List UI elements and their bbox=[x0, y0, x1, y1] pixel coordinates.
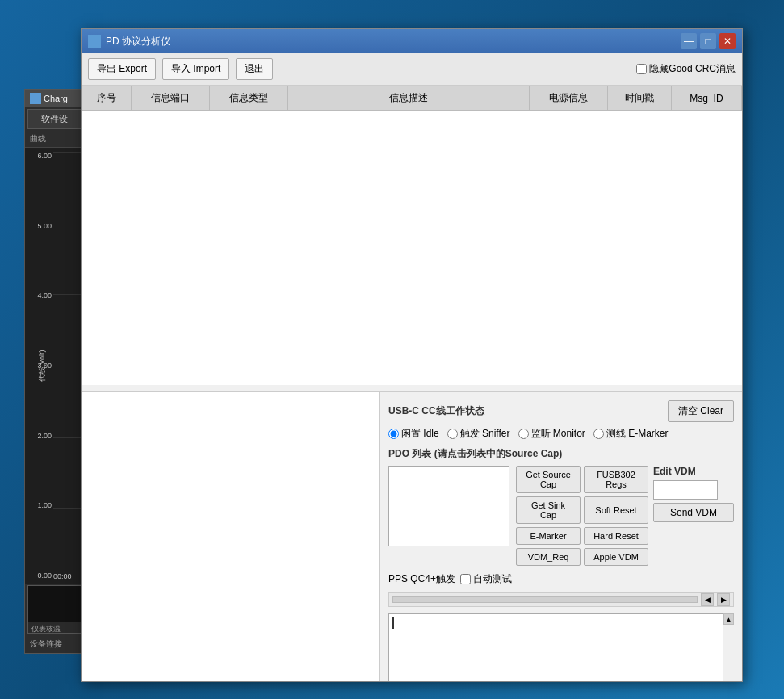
col-port: 信息端口 bbox=[132, 86, 210, 111]
charger-icon bbox=[30, 93, 41, 104]
pdo-title: PDO 列表 (请点击列表中的Source Cap) bbox=[388, 447, 734, 461]
col-timestamp: 时间戳 bbox=[607, 86, 671, 111]
scrollbar-track[interactable] bbox=[392, 596, 698, 603]
mode-monitor-radio[interactable] bbox=[518, 429, 529, 439]
minimize-btn[interactable]: — bbox=[681, 33, 697, 49]
device-connect-label: 设备连接 bbox=[25, 635, 84, 653]
time-label: 00:00 bbox=[53, 572, 72, 580]
scrollbar-area: ◀ ▶ bbox=[388, 592, 734, 607]
main-window: PD 协议分析仪 — □ ✕ 导出 Export 导入 Import 退出 隐藏… bbox=[81, 28, 743, 682]
vdm-input[interactable] bbox=[653, 480, 718, 500]
get-source-cap-btn[interactable]: Get Source Cap bbox=[516, 466, 581, 493]
fusb302-regs-btn[interactable]: FUSB302 Regs bbox=[584, 466, 648, 493]
soft-reset-btn[interactable]: Soft Reset bbox=[584, 496, 648, 524]
table-body bbox=[82, 111, 742, 385]
col-desc: 信息描述 bbox=[288, 86, 530, 111]
pps-section: PPS QC4+触发 自动测试 bbox=[388, 572, 734, 586]
title-bar: PD 协议分析仪 — □ ✕ bbox=[82, 29, 742, 53]
table-header-row: 序号 信息端口 信息类型 信息描述 电源信息 时间戳 Msg ID bbox=[82, 86, 742, 111]
exit-btn[interactable]: 退出 bbox=[236, 58, 273, 80]
mode-sniffer-radio[interactable] bbox=[447, 429, 458, 439]
gauge-thumbnail: 仪表核温 bbox=[27, 585, 82, 634]
usb-cc-section: USB-C CC线工作状态 清空 Clear 闲置 Idle 触发 Sniffe… bbox=[388, 400, 734, 441]
col-power: 电源信息 bbox=[529, 86, 607, 111]
usb-cc-title: USB-C CC线工作状态 bbox=[388, 404, 484, 418]
hard-reset-btn[interactable]: Hard Reset bbox=[584, 527, 648, 545]
mode-emarker-label[interactable]: 测线 E-Marker bbox=[593, 427, 669, 441]
apple-vdm-btn[interactable]: Apple VDM bbox=[584, 548, 648, 566]
text-output[interactable] bbox=[388, 613, 734, 681]
y-axis-title: 代线(Volt) bbox=[37, 350, 48, 381]
gauge-label: 仪表核温 bbox=[28, 622, 81, 636]
pdo-main: Get Source Cap FUSB302 Regs Get Sink Cap… bbox=[388, 466, 647, 566]
left-charger-panel: Charg 软件设 曲线 6.00 5.00 4.00 3.00 2.00 1.… bbox=[24, 89, 85, 654]
bottom-panel: USB-C CC线工作状态 清空 Clear 闲置 Idle 触发 Sniffe… bbox=[82, 392, 742, 681]
mode-emarker-text: 测线 E-Marker bbox=[606, 427, 669, 441]
window-controls: — □ ✕ bbox=[681, 33, 736, 49]
pdo-buttons: Get Source Cap FUSB302 Regs Get Sink Cap… bbox=[516, 466, 648, 566]
pdo-layout: Get Source Cap FUSB302 Regs Get Sink Cap… bbox=[388, 466, 647, 566]
scrollbar-vertical: ▲ ▼ bbox=[723, 613, 734, 681]
usb-cc-header: USB-C CC线工作状态 清空 Clear bbox=[388, 400, 734, 422]
emarker-btn[interactable]: E-Marker bbox=[516, 527, 581, 545]
mode-radio-group: 闲置 Idle 触发 Sniffer 监听 Monitor 测线 E-Marke… bbox=[388, 427, 734, 441]
table-section: 序号 信息端口 信息类型 信息描述 电源信息 时间戳 Msg ID bbox=[82, 86, 742, 392]
scroll-left-btn[interactable]: ◀ bbox=[701, 593, 714, 606]
mode-monitor-text: 监听 Monitor bbox=[531, 427, 585, 441]
col-type: 信息类型 bbox=[210, 86, 288, 111]
pdo-btn-row-4: VDM_Req Apple VDM bbox=[516, 548, 648, 566]
curve-section: 曲线 bbox=[25, 131, 84, 148]
data-table: 序号 信息端口 信息类型 信息描述 电源信息 时间戳 Msg ID bbox=[82, 86, 742, 111]
window-icon bbox=[88, 35, 101, 48]
toolbar: 导出 Export 导入 Import 退出 隐藏Good CRC消息 bbox=[82, 53, 742, 86]
export-btn[interactable]: 导出 Export bbox=[88, 58, 156, 80]
send-vdm-btn[interactable]: Send VDM bbox=[653, 503, 734, 522]
mode-sniffer-label[interactable]: 触发 Sniffer bbox=[447, 427, 510, 441]
get-sink-cap-btn[interactable]: Get Sink Cap bbox=[516, 496, 581, 524]
chart-grid bbox=[53, 152, 84, 580]
software-settings-btn[interactable]: 软件设 bbox=[27, 109, 82, 129]
control-panel: USB-C CC线工作状态 清空 Clear 闲置 Idle 触发 Sniffe… bbox=[380, 392, 742, 681]
pdo-section: PDO 列表 (请点击列表中的Source Cap) Get Source Ca… bbox=[388, 447, 734, 566]
auto-test-label[interactable]: 自动测试 bbox=[460, 572, 512, 586]
hide-crc-checkbox[interactable] bbox=[636, 64, 647, 74]
left-panel-header: Charg bbox=[25, 90, 84, 107]
mode-monitor-label[interactable]: 监听 Monitor bbox=[518, 427, 585, 441]
scroll-right-btn[interactable]: ▶ bbox=[717, 593, 730, 606]
mode-sniffer-text: 触发 Sniffer bbox=[460, 427, 510, 441]
toolbar-right: 隐藏Good CRC消息 bbox=[636, 62, 736, 76]
close-btn[interactable]: ✕ bbox=[719, 33, 736, 49]
capture-panel bbox=[82, 392, 380, 681]
col-msgid: Msg ID bbox=[671, 86, 741, 111]
pdo-btn-row-2: Get Sink Cap Soft Reset bbox=[516, 496, 648, 524]
mode-idle-text: 闲置 Idle bbox=[401, 427, 439, 441]
mode-emarker-radio[interactable] bbox=[593, 429, 604, 439]
pps-label: PPS QC4+触发 bbox=[388, 572, 455, 586]
scroll-track[interactable] bbox=[723, 625, 734, 681]
col-seq: 序号 bbox=[82, 86, 132, 111]
text-output-container: ▲ ▼ bbox=[388, 613, 734, 681]
scroll-up-btn[interactable]: ▲ bbox=[723, 613, 734, 625]
maximize-btn[interactable]: □ bbox=[700, 33, 716, 49]
pdo-btn-row-1: Get Source Cap FUSB302 Regs bbox=[516, 466, 648, 493]
voltage-chart: 6.00 5.00 4.00 3.00 2.00 1.00 0.00 代线(Vo… bbox=[25, 148, 84, 584]
vdm-panel: Edit VDM Send VDM bbox=[653, 466, 734, 566]
pdo-list-box[interactable] bbox=[388, 466, 509, 546]
mode-idle-radio[interactable] bbox=[388, 429, 399, 439]
left-panel-title: Charg bbox=[44, 94, 68, 103]
window-title: PD 协议分析仪 bbox=[106, 35, 681, 48]
clear-btn[interactable]: 清空 Clear bbox=[668, 400, 734, 422]
vdm-req-btn[interactable]: VDM_Req bbox=[516, 548, 581, 566]
auto-test-checkbox[interactable] bbox=[460, 574, 471, 584]
pdo-btn-row-3: E-Marker Hard Reset bbox=[516, 527, 648, 545]
pdo-inner: Get Source Cap FUSB302 Regs Get Sink Cap… bbox=[388, 466, 734, 566]
import-btn[interactable]: 导入 Import bbox=[162, 58, 229, 80]
mode-idle-label[interactable]: 闲置 Idle bbox=[388, 427, 439, 441]
text-cursor bbox=[392, 617, 394, 629]
hide-crc-label[interactable]: 隐藏Good CRC消息 bbox=[636, 62, 736, 76]
auto-test-text: 自动测试 bbox=[473, 572, 512, 586]
vdm-title: Edit VDM bbox=[653, 466, 734, 477]
